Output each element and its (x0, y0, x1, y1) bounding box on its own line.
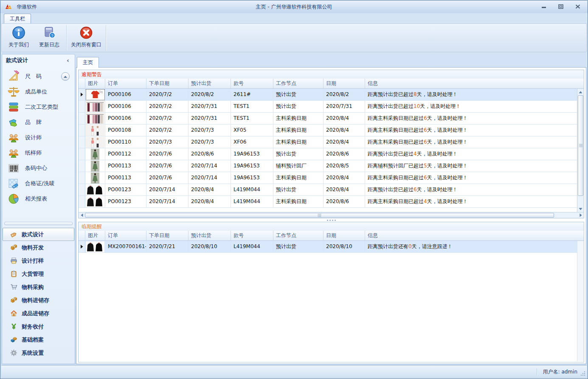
module-item-sample-printer[interactable]: 设计打样 (3, 254, 74, 267)
column-header-3[interactable]: 预计出货 (188, 231, 231, 241)
barcode-icon (8, 162, 20, 174)
sidebar-item-label: 设计师 (25, 134, 42, 141)
grid-header-row: 图片订单下单日期预计出货款号工作节点日期信息 (79, 231, 584, 241)
column-header-5[interactable]: 工作节点 (273, 231, 324, 241)
resize-grip-icon[interactable] (580, 371, 585, 376)
sidebar-item-scale[interactable]: 成品单位 (2, 84, 75, 99)
cell-date: 2020/8/4 (324, 124, 365, 136)
sidebar-header: 款式设计 ‹ (2, 54, 75, 66)
close-button[interactable] (572, 2, 583, 11)
column-header-4[interactable]: 款号 (231, 79, 273, 89)
scale-icon (8, 86, 20, 98)
column-header-0[interactable]: 图片 (85, 79, 105, 89)
cell-work_node: 预计出货 (273, 241, 324, 253)
column-header-1[interactable]: 订单 (105, 79, 146, 89)
module-item-material-boxes[interactable]: 物料进销存 (3, 294, 74, 307)
sidebar-item-care-label[interactable]: 合格证/洗唛 (2, 176, 75, 191)
tab-home[interactable]: 主页 (77, 57, 99, 68)
cell-order_date: 2020/7/2 (146, 124, 188, 136)
horizontal-scroll-thumb[interactable] (85, 213, 554, 218)
ruler-icon (8, 71, 20, 82)
column-header-4[interactable]: 款号 (231, 231, 273, 241)
upcoming-vertical-scrollbar-track[interactable] (577, 241, 584, 361)
cell-date: 2020/8/4 (324, 136, 365, 148)
cell-order_date: 2020/7/6 (146, 172, 188, 184)
ribbon-button-about-info[interactable]: 关于我们 (3, 24, 34, 52)
minimize-button[interactable] (538, 2, 549, 11)
ribbon-button-changelog-book[interactable]: ?更新日志 (34, 24, 65, 52)
cell-image (85, 136, 105, 148)
sidebar-splitter-handle[interactable] (4, 222, 73, 225)
module-item-label: 成品进销存 (22, 310, 49, 317)
column-header-6[interactable]: 日期 (324, 231, 365, 241)
sidebar-item-barcode[interactable]: 条码中心 (2, 161, 75, 176)
column-header-3[interactable]: 预计出货 (188, 79, 231, 89)
table-row[interactable]: PO001062020/7/22020/8/22611#预计出货2020/8/2… (79, 89, 584, 101)
cell-image (85, 148, 105, 160)
cell-order_date: 2020/7/6 (146, 148, 188, 160)
module-item-label: 物料采购 (22, 283, 44, 291)
sidebar-collapse-icon[interactable]: ‹ (65, 54, 71, 66)
overdue-vertical-scrollbar[interactable] (577, 89, 584, 212)
module-item-production-clipboard[interactable]: 大货管理 (3, 267, 74, 280)
sidebar-item-brand-tags[interactable]: 品 牌 (2, 115, 75, 130)
column-header-7[interactable]: 信息 (365, 231, 584, 241)
table-row[interactable]: PO001122020/7/62020/8/619A96153预计出货2020/… (79, 148, 584, 160)
red-shirt-thumb (86, 89, 104, 100)
sidebar: 款式设计 ‹ 尺 码成品单位二次工艺类型品 牌设计师纸样师条码中心合格证/洗唛相… (2, 54, 75, 364)
column-header-1[interactable]: 订单 (105, 231, 146, 241)
table-row[interactable]: PO001232020/7/142020/8/4L419M044预计出货2020… (79, 184, 584, 196)
column-header-2[interactable]: 下单日期 (146, 79, 188, 89)
models-thumb (86, 137, 104, 148)
ribbon-tab-strip: 工具栏 (0, 13, 588, 23)
table-row[interactable]: PO001062020/7/22020/7/31TEST1主料采购日期2020/… (79, 113, 584, 124)
sidebar-scroll-up-button[interactable] (61, 72, 70, 81)
sidebar-item-process-layers[interactable]: 二次工艺类型 (2, 99, 75, 115)
row-indicator (79, 136, 85, 148)
cell-style_no: 2611# (231, 89, 273, 101)
cell-message: 距离主料采购日期已超过6天，请及时处理！ (365, 124, 584, 136)
scroll-up-arrow-icon[interactable] (577, 89, 584, 95)
vertical-scroll-thumb[interactable] (578, 95, 583, 196)
ribbon-group-separator (66, 25, 67, 51)
patternmaker-people-icon (8, 147, 20, 159)
module-item-purchase-cart[interactable]: 物料采购 (3, 280, 74, 294)
restore-button[interactable] (555, 2, 566, 11)
module-item-style-tag[interactable]: 款式设计 (3, 228, 74, 241)
scroll-right-arrow-icon[interactable] (577, 212, 584, 218)
column-header-0[interactable]: 图片 (85, 231, 105, 241)
module-item-material-boxes[interactable]: 物料开发 (3, 241, 74, 254)
sidebar-item-report-pie[interactable]: 相关报表 (2, 191, 75, 206)
table-row[interactable]: PO001232020/7/142020/8/4L419M044主料采购日期20… (79, 196, 584, 208)
ribbon-tab-toolbar[interactable]: 工具栏 (4, 14, 31, 23)
module-item-settings-gear[interactable]: 系统设置 (3, 346, 74, 359)
overdue-horizontal-scrollbar[interactable] (79, 212, 584, 218)
panel-splitter-handle[interactable] (76, 218, 586, 222)
scroll-down-arrow-icon[interactable] (577, 206, 584, 212)
module-item-base-archive[interactable]: 基础档案 (3, 333, 74, 346)
statusbar-separator (537, 368, 537, 375)
sidebar-item-label: 纸样师 (25, 149, 42, 157)
table-row[interactable]: PO001132020/7/62020/7/1419A96153辅料预计回厂20… (79, 160, 584, 172)
sidebar-item-designer-people[interactable]: 设计师 (2, 130, 75, 145)
message-days-number: 8 (414, 91, 417, 97)
module-item-product-home[interactable]: 成品进销存 (3, 307, 74, 320)
column-header-7[interactable]: 信息 (365, 79, 584, 89)
column-header-2[interactable]: 下单日期 (146, 231, 188, 241)
table-row[interactable]: PO001132020/7/62020/7/1419A96153主料采购日期20… (79, 172, 584, 184)
models-thumb (86, 125, 104, 136)
scroll-left-arrow-icon[interactable] (79, 212, 85, 218)
table-row[interactable]: PO001102020/7/32020/7/3XF06主料采购日期2020/8/… (79, 136, 584, 148)
column-header-6[interactable]: 日期 (324, 79, 365, 89)
app-logo-icon (5, 3, 12, 11)
table-row[interactable]: MX200700161-B2020/7/212020/8/10L419M044预… (79, 241, 584, 253)
sidebar-item-patternmaker-people[interactable]: 纸样师 (2, 145, 75, 161)
green-dress-thumb (91, 149, 99, 160)
module-item-finance-yen[interactable]: 财务收付 (3, 320, 74, 333)
column-header-5[interactable]: 工作节点 (273, 79, 324, 89)
cell-date: 2020/8/4 (324, 113, 365, 124)
table-row[interactable]: PO001082020/7/22020/7/3XF05主料采购日期2020/8/… (79, 124, 584, 136)
production-clipboard-icon (10, 270, 17, 277)
ribbon-button-close-all-windows[interactable]: 关闭所有窗口 (68, 24, 104, 52)
table-row[interactable]: PO001062020/7/22020/7/31TEST1预计出货2020/7/… (79, 101, 584, 113)
